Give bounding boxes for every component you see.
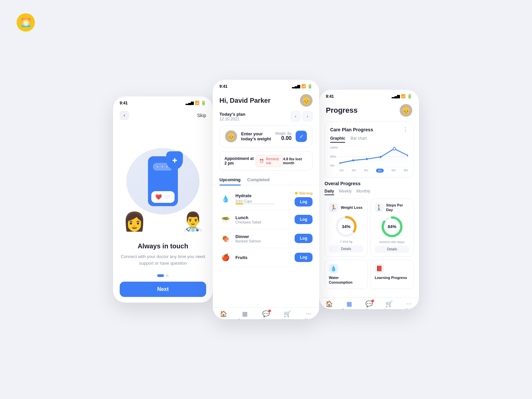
steps-card: 🚶 Steps Per Day 84% bbox=[370, 199, 414, 257]
weight-text: Enter your today's weight bbox=[241, 131, 271, 141]
user-avatar[interactable]: 👴 bbox=[300, 94, 313, 107]
p-home-nav-label: Home bbox=[325, 309, 334, 309]
overall-title: Overal Progress bbox=[325, 181, 414, 186]
more-nav-label: More bbox=[305, 318, 313, 319]
steps-title: Steps Per Day bbox=[386, 203, 409, 212]
progress-nav-chat[interactable]: 💬 Chat bbox=[359, 300, 379, 309]
remind-button[interactable]: ⏰ Remind me bbox=[256, 155, 283, 167]
shield-icon: ✚ bbox=[166, 151, 183, 170]
tab-upcoming[interactable]: Upcoming bbox=[219, 175, 241, 185]
progress-nav-home[interactable]: 🏠 Home bbox=[319, 300, 339, 309]
svg-point-5 bbox=[366, 158, 368, 160]
home-nav-icon: 🏠 bbox=[220, 310, 227, 318]
chart-tab-bar[interactable]: Bar chart bbox=[350, 136, 367, 143]
p-chat-nav-label: Chat bbox=[365, 309, 372, 309]
dinner-sub: Backed Salmon bbox=[235, 239, 291, 243]
hydrate-icon: 💧 bbox=[219, 193, 231, 205]
water-title: Water Consumption bbox=[329, 275, 363, 285]
fruits-icon: 🍎 bbox=[219, 251, 231, 263]
heart-card: ❤️ bbox=[151, 191, 175, 203]
care-plan-more-icon[interactable]: ⋮ bbox=[403, 126, 408, 133]
task-tabs: Upcoming Completed bbox=[213, 175, 319, 185]
phone-progress: 9:41 ▂▄▆ 📶 🔋 Progress 👴 Care Plan Progre… bbox=[319, 90, 419, 309]
task-lunch-info: Lunch Chickpea Salad bbox=[235, 215, 291, 224]
steps-icon: 🚶 bbox=[375, 203, 383, 212]
signal-icon-2: ▂▄▆ bbox=[292, 84, 300, 88]
p-chat-badge-container: 💬 bbox=[365, 300, 373, 308]
logo-icon: 🌅 bbox=[17, 13, 35, 32]
weight-details-button[interactable]: Details bbox=[329, 245, 363, 252]
phones-container: 9:41 ▂▄▆ 📶 🔋 ‹ Skip • • • bbox=[113, 80, 419, 319]
next-arrow[interactable]: › bbox=[303, 111, 313, 121]
weight-donut-wrapper: 34% bbox=[334, 215, 358, 238]
x-label-5m: 5m bbox=[392, 169, 396, 173]
svg-point-6 bbox=[380, 156, 381, 158]
prev-arrow[interactable]: ‹ bbox=[291, 111, 301, 121]
progress-nav-progress[interactable]: ▦ Progress bbox=[339, 300, 359, 309]
lunch-log-button[interactable]: Log bbox=[295, 215, 313, 224]
cups-text: 2/10 Cups bbox=[235, 199, 252, 203]
chart-y-labels: 100% 50% 0% bbox=[330, 146, 338, 167]
nav-progress[interactable]: ▦ Progress bbox=[234, 310, 255, 319]
period-weekly[interactable]: Weekly bbox=[339, 189, 352, 195]
fruits-log-button[interactable]: Log bbox=[295, 253, 313, 262]
dinner-log-button[interactable]: Log bbox=[295, 234, 313, 243]
skip-button[interactable]: Skip bbox=[197, 113, 206, 118]
weight-value: 0.00 bbox=[281, 135, 292, 141]
task-dinner: 🍖 Dinner Backed Salmon Log bbox=[219, 229, 313, 248]
onboarding-screen: ‹ Skip • • • ❤️ bbox=[113, 107, 213, 303]
home-screen: Hi, David Parker 👴 Today's plan 12.10.20… bbox=[213, 91, 319, 319]
weight-confirm-button[interactable]: ✓ bbox=[296, 131, 307, 142]
time-3: 9:41 bbox=[326, 94, 334, 99]
progress-nav-more[interactable]: ··· More bbox=[399, 300, 419, 309]
chart-tabs: Graphic Bar chart bbox=[330, 136, 408, 143]
period-daily[interactable]: Daily bbox=[325, 189, 334, 195]
next-button[interactable]: Next bbox=[120, 282, 206, 297]
x-label-4m[interactable]: 4m bbox=[376, 169, 384, 173]
nav-chat[interactable]: 💬 Chat bbox=[255, 310, 277, 319]
hydrate-fill bbox=[235, 203, 243, 204]
chart-tab-graphic[interactable]: Graphic bbox=[330, 136, 345, 143]
x-label-1m: 1m bbox=[339, 169, 344, 173]
p-chat-badge-dot bbox=[371, 300, 374, 302]
battery-icon-3: 🔋 bbox=[407, 94, 412, 99]
tab-completed[interactable]: Completed bbox=[247, 175, 270, 185]
progress-nav-market[interactable]: 🛒 Market bbox=[379, 300, 399, 309]
period-monthly[interactable]: Monthly bbox=[356, 189, 370, 195]
greeting-text: Hi, David Parker bbox=[219, 97, 270, 104]
onboarding-text: Always in touch Connect with your doctor… bbox=[120, 239, 206, 270]
back-button[interactable]: ‹ bbox=[120, 111, 129, 120]
task-fruits-info: Fruits bbox=[235, 255, 291, 260]
y-label-50: 50% bbox=[330, 155, 338, 158]
signal-icon-1: ▂▄▆ bbox=[186, 101, 194, 105]
progress-title: Progress bbox=[326, 106, 357, 115]
remind-label: Remind me bbox=[266, 157, 279, 165]
task-hydrate-info: Hydrate 2/10 Cups bbox=[235, 193, 291, 204]
x-label-3m: 3m bbox=[364, 169, 368, 173]
progress-avatar[interactable]: 👴 bbox=[400, 104, 412, 117]
progress-nav-label: Progress bbox=[238, 319, 251, 319]
status-bar-3: 9:41 ▂▄▆ 📶 🔋 bbox=[319, 90, 419, 101]
today-plan-bar: Today's plan 12.10.2021 ‹ › bbox=[213, 111, 319, 125]
person-figure: 👩 bbox=[123, 211, 146, 232]
plan-date: 12.10.2021 bbox=[219, 117, 245, 121]
nav-home[interactable]: 🏠 Home bbox=[213, 310, 234, 319]
care-plan-title: Care Plan Progress bbox=[330, 127, 373, 132]
battery-icon-2: 🔋 bbox=[307, 84, 313, 89]
chat-nav-label: Chat bbox=[262, 319, 269, 319]
weight-sub: 7.3/10 kg bbox=[329, 240, 363, 243]
x-label-6m: 6m bbox=[404, 169, 408, 173]
phone-onboarding: 9:41 ▂▄▆ 📶 🔋 ‹ Skip • • • bbox=[113, 96, 213, 303]
learning-progress-card: 📕 Learning Progress bbox=[370, 260, 414, 289]
progress-bottom-nav: 🏠 Home ▦ Progress 💬 Chat 🛒 Market bbox=[319, 297, 419, 309]
nav-market[interactable]: 🛒 Market bbox=[277, 310, 298, 319]
nav-more[interactable]: ··· More bbox=[298, 310, 319, 319]
market-nav-label: Market bbox=[282, 319, 293, 319]
weight-loss-icon: 🏃 bbox=[329, 203, 338, 212]
fruits-name: Fruits bbox=[235, 255, 291, 260]
steps-details-button[interactable]: Details bbox=[375, 246, 409, 253]
hydrate-log-button[interactable]: Log bbox=[295, 197, 313, 206]
water-consumption-card: 💧 Water Consumption bbox=[325, 260, 368, 289]
p-progress-nav-icon: ▦ bbox=[346, 300, 352, 308]
status-bar-2: 9:41 ▂▄▆ 📶 🔋 bbox=[213, 80, 319, 91]
